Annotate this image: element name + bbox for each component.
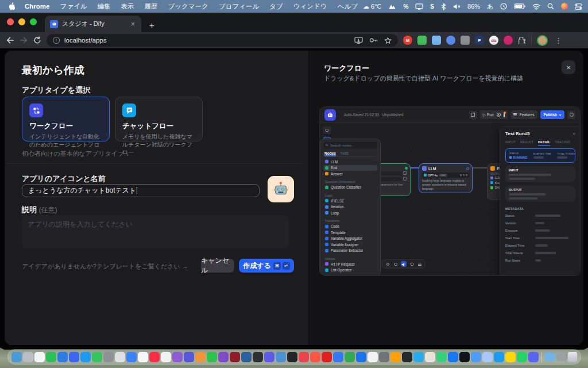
dock-app-icon[interactable] bbox=[299, 352, 309, 362]
dock-app-icon[interactable] bbox=[172, 352, 183, 362]
run-button[interactable]: ▷Run bbox=[483, 113, 494, 117]
test-run-close-icon[interactable]: × bbox=[572, 131, 575, 136]
dock-folder-icon[interactable] bbox=[545, 353, 555, 361]
control-center-icon[interactable] bbox=[575, 3, 582, 10]
dock-app-icon[interactable] bbox=[356, 352, 366, 362]
tab-close-icon[interactable]: × bbox=[130, 20, 136, 28]
extension-icon[interactable] bbox=[504, 36, 513, 45]
menubar-menu[interactable]: ウィンドウ bbox=[288, 2, 332, 11]
features-button[interactable]: Features bbox=[510, 110, 537, 119]
cancel-button[interactable]: キャンセル bbox=[201, 259, 234, 273]
dock-app-icon[interactable] bbox=[436, 352, 447, 362]
node-type-item[interactable]: Parameter Extractor bbox=[323, 248, 377, 254]
dock-app-icon[interactable] bbox=[126, 352, 137, 362]
node-type-item[interactable]: Variable Aggregator bbox=[323, 236, 377, 242]
llm-node[interactable]: LLM GPT-4o CHAT Invoking large language … bbox=[419, 163, 473, 193]
menubar-menu[interactable]: タブ bbox=[264, 2, 288, 11]
menubar-menu[interactable]: プロフィール bbox=[214, 2, 264, 11]
node-panel-tab[interactable]: Tools bbox=[340, 151, 349, 155]
bookmark-star-icon[interactable] bbox=[384, 37, 392, 44]
mountain-app-icon[interactable] bbox=[388, 3, 396, 10]
battery-icon[interactable] bbox=[514, 3, 525, 9]
dock-app-icon[interactable] bbox=[505, 352, 516, 362]
extension-icon[interactable] bbox=[461, 36, 470, 45]
dock-app-icon[interactable] bbox=[333, 352, 343, 362]
checklist-button[interactable] bbox=[469, 111, 477, 119]
node-type-item[interactable]: LLM bbox=[323, 159, 377, 165]
menubar-menu[interactable]: ヘルプ bbox=[332, 2, 363, 11]
node-type-item[interactable]: Question Understand bbox=[323, 179, 377, 185]
dock-app-icon[interactable] bbox=[218, 352, 229, 362]
checklist-icon[interactable] bbox=[504, 113, 505, 117]
reload-button[interactable] bbox=[33, 36, 41, 44]
profile-avatar[interactable] bbox=[537, 35, 548, 46]
dock-app-icon[interactable] bbox=[276, 352, 286, 362]
node-type-item[interactable]: IF/ELSE bbox=[323, 198, 377, 204]
dock-app-icon[interactable] bbox=[46, 352, 56, 362]
node-search-input[interactable]: Search nodes... bbox=[323, 142, 377, 148]
dock-app-icon[interactable] bbox=[69, 352, 79, 362]
extension-icon[interactable] bbox=[432, 36, 441, 45]
node-type-item[interactable]: Iteration bbox=[323, 204, 377, 210]
beginner-types-link[interactable]: 初心者向けの基本的なアプリタイプ › bbox=[22, 150, 129, 158]
dock-app-icon[interactable] bbox=[161, 352, 171, 362]
menubar-menu[interactable]: ファイル bbox=[55, 2, 92, 11]
dock-app-icon[interactable] bbox=[322, 352, 332, 362]
node-type-item[interactable]: Question Classifier bbox=[323, 185, 377, 191]
menubar-menu[interactable]: 編集 bbox=[92, 2, 116, 11]
test-run-tab[interactable]: INPUT bbox=[505, 140, 516, 145]
node-type-item[interactable]: Template bbox=[323, 229, 377, 236]
extension-icon[interactable] bbox=[417, 36, 427, 45]
password-manager-icon[interactable] bbox=[369, 37, 378, 43]
extension-icon[interactable] bbox=[446, 36, 455, 45]
dock-app-icon[interactable] bbox=[80, 352, 91, 362]
weather-widget[interactable]: ☁6°C bbox=[363, 3, 381, 10]
node-type-item[interactable]: Variable Assigner bbox=[323, 241, 377, 248]
extension-icon[interactable]: P bbox=[475, 36, 484, 45]
llm-node-settings-icon[interactable] bbox=[466, 167, 469, 170]
node-panel-tab[interactable]: Nodes bbox=[324, 151, 336, 155]
node-type-item[interactable]: Answer bbox=[323, 171, 377, 177]
dock-app-icon[interactable] bbox=[402, 352, 412, 362]
dock-app-icon[interactable] bbox=[368, 352, 378, 362]
dock-app-icon[interactable] bbox=[448, 352, 458, 362]
start-node[interactable]: parameters for flow bbox=[376, 163, 411, 196]
clock-app-icon[interactable] bbox=[500, 3, 507, 10]
test-run-tab[interactable]: TRACING bbox=[555, 140, 570, 145]
dock-app-icon[interactable] bbox=[528, 352, 539, 362]
node-type-item[interactable]: Transform bbox=[323, 218, 377, 224]
dock-app-icon[interactable] bbox=[195, 352, 206, 362]
dock-app-icon[interactable] bbox=[264, 352, 274, 362]
app-name-input[interactable]: まっとうな方のチャットbotテスト bbox=[22, 184, 260, 197]
ime-indicator[interactable]: あ bbox=[487, 2, 493, 11]
extensions-puzzle-icon[interactable] bbox=[518, 36, 526, 44]
history-icon[interactable] bbox=[497, 113, 501, 117]
organize-button[interactable] bbox=[417, 261, 423, 267]
dock-app-icon[interactable] bbox=[207, 352, 217, 362]
test-run-tab[interactable]: DETAIL bbox=[538, 140, 550, 145]
dock-app-icon[interactable] bbox=[103, 352, 114, 362]
node-type-item[interactable]: Code bbox=[323, 224, 377, 230]
pointer-tool-button[interactable] bbox=[323, 126, 331, 134]
minimize-window-button[interactable] bbox=[18, 18, 25, 25]
new-tab-button[interactable]: + bbox=[141, 20, 163, 32]
chatflow-type-card[interactable]: チャットフロー メモリを使用した複雑なマルチターン対話のワークフロー bbox=[115, 97, 203, 141]
dock-app-icon[interactable] bbox=[287, 352, 297, 362]
dock-app-icon[interactable] bbox=[310, 352, 320, 362]
dock-app-icon[interactable] bbox=[23, 352, 33, 362]
dock-app-icon[interactable] bbox=[413, 352, 424, 362]
back-button[interactable] bbox=[6, 36, 14, 44]
spotlight-icon[interactable] bbox=[547, 3, 554, 10]
menubar-menu[interactable]: ブックマーク bbox=[163, 2, 214, 11]
browser-tab[interactable]: スタジオ - Dify × bbox=[45, 16, 141, 32]
dock-app-icon[interactable] bbox=[517, 352, 527, 362]
dock-app-icon[interactable] bbox=[11, 352, 22, 362]
map-button[interactable] bbox=[393, 261, 399, 267]
send-to-device-icon[interactable] bbox=[354, 37, 363, 44]
bluetooth-icon[interactable] bbox=[441, 3, 446, 10]
node-type-item[interactable]: HTTP Request bbox=[323, 261, 377, 267]
dock-app-icon[interactable] bbox=[138, 352, 148, 362]
dock-app-icon[interactable] bbox=[57, 352, 68, 362]
browser-menu-icon[interactable]: ⋮ bbox=[553, 36, 564, 45]
maximize-window-button[interactable] bbox=[30, 18, 37, 25]
